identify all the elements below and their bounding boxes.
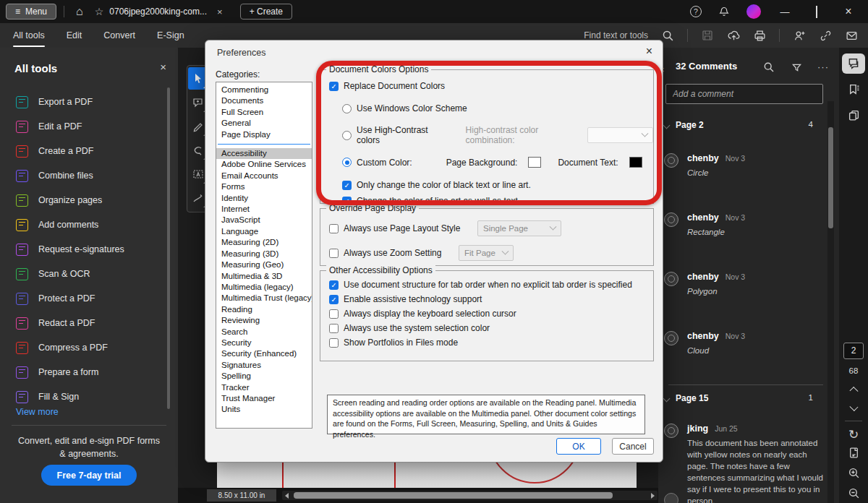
- zoom-setting-checkbox[interactable]: [329, 249, 339, 258]
- tab-convert[interactable]: Convert: [103, 23, 135, 48]
- category-item[interactable]: Units: [216, 404, 312, 415]
- fit-page-icon[interactable]: [842, 442, 865, 463]
- sidebar-tool-item[interactable]: Fill & Sign: [0, 384, 178, 409]
- sidebar-tool-item[interactable]: Combine files: [0, 163, 178, 188]
- request-signature-icon[interactable]: [793, 29, 806, 42]
- category-item[interactable]: Page Display: [216, 129, 312, 140]
- scrollbar-thumb[interactable]: [294, 492, 613, 499]
- sidebar-tool-item[interactable]: Edit a PDF: [0, 114, 178, 139]
- category-item[interactable]: Identity: [216, 193, 312, 204]
- scroll-left-arrow[interactable]: [285, 493, 289, 499]
- horizontal-scrollbar[interactable]: [282, 491, 658, 500]
- tab-close-icon[interactable]: ×: [217, 7, 223, 17]
- collapse-group-icon[interactable]: [663, 122, 671, 129]
- more-options-icon[interactable]: ···: [817, 64, 829, 71]
- category-item[interactable]: Signatures: [216, 360, 312, 371]
- next-page-icon[interactable]: [849, 402, 858, 410]
- find-label[interactable]: Find text or tools: [584, 30, 648, 40]
- category-item[interactable]: Security: [216, 338, 312, 348]
- category-item[interactable]: Adobe Online Services: [216, 159, 312, 170]
- category-item[interactable]: Internet: [216, 204, 312, 215]
- add-comment-input[interactable]: [665, 84, 823, 104]
- pdf-page[interactable]: [217, 463, 637, 488]
- category-item[interactable]: Full Screen: [216, 107, 312, 118]
- page-group-header[interactable]: Page 15 1: [658, 393, 839, 408]
- ok-button[interactable]: OK: [556, 438, 601, 455]
- category-item[interactable]: Measuring (3D): [216, 249, 312, 259]
- free-trial-button[interactable]: Free 7-day trial: [41, 465, 137, 486]
- tab-all-tools[interactable]: All tools: [13, 23, 45, 48]
- sidebar-tool-item[interactable]: Add comments: [0, 212, 178, 237]
- comment-item[interactable]: chenby Nov 3 Rectangle: [658, 202, 839, 262]
- categories-listbox[interactable]: CommentingDocumentsFull ScreenGeneralPag…: [216, 82, 312, 429]
- comment-item[interactable]: chenby Nov 3 Cloud: [658, 321, 839, 380]
- accessibility-checkbox[interactable]: [329, 324, 339, 333]
- category-item[interactable]: Multimedia Trust (legacy): [216, 293, 312, 304]
- category-item[interactable]: Measuring (2D): [216, 237, 312, 248]
- create-button[interactable]: + Create: [240, 4, 292, 20]
- category-item[interactable]: Measuring (Geo): [216, 259, 312, 270]
- accessibility-checkbox[interactable]: [329, 280, 339, 290]
- sidebar-tool-item[interactable]: Compress a PDF: [0, 335, 178, 360]
- sidebar-tool-item[interactable]: Prepare a form: [0, 360, 178, 384]
- user-avatar[interactable]: [746, 4, 761, 19]
- category-item[interactable]: Search: [216, 327, 312, 338]
- share-upload-icon[interactable]: [727, 29, 740, 42]
- category-item[interactable]: JavaScript: [216, 215, 312, 225]
- category-item[interactable]: Multimedia (legacy): [216, 282, 312, 293]
- search-icon[interactable]: [661, 29, 674, 42]
- category-item[interactable]: Tracker: [216, 382, 312, 393]
- sidebar-tool-item[interactable]: Request e-signatures: [0, 237, 178, 262]
- print-icon[interactable]: [753, 29, 766, 42]
- maximize-button[interactable]: [809, 7, 825, 17]
- category-item[interactable]: Documents: [216, 95, 312, 106]
- category-item[interactable]: Commenting: [216, 85, 312, 95]
- bell-icon[interactable]: [718, 5, 731, 18]
- zoom-out-icon[interactable]: [842, 483, 865, 503]
- dialog-close-icon[interactable]: ×: [646, 45, 652, 58]
- category-item[interactable]: Reviewing: [216, 315, 312, 326]
- help-icon[interactable]: ?: [690, 6, 702, 17]
- sidebar-tool-item[interactable]: Export a PDF: [0, 90, 178, 114]
- comment-item[interactable]: jking Jun 25 This document has been anno…: [658, 413, 839, 503]
- sidebar-tool-item[interactable]: Protect a PDF: [0, 286, 178, 311]
- comment-item[interactable]: chenby Nov 3 Polygon: [658, 262, 839, 321]
- previous-page-icon[interactable]: [849, 387, 858, 395]
- filter-icon[interactable]: [790, 61, 803, 74]
- category-item[interactable]: Accessibility: [216, 148, 312, 159]
- view-more-link[interactable]: View more: [16, 407, 59, 417]
- panel-close-icon[interactable]: ×: [160, 61, 166, 73]
- category-item[interactable]: Reading: [216, 304, 312, 315]
- rotate-page-icon[interactable]: ↻: [848, 427, 859, 442]
- link-icon[interactable]: [819, 29, 832, 42]
- collapse-group-icon[interactable]: [663, 395, 671, 403]
- comment-item[interactable]: chenby Nov 3 Circle: [658, 143, 839, 202]
- home-icon[interactable]: ⌂: [72, 5, 88, 18]
- cancel-button[interactable]: Cancel: [612, 438, 654, 455]
- category-item[interactable]: Forms: [216, 181, 312, 192]
- current-page-box[interactable]: 2: [843, 343, 864, 359]
- sidebar-tool-item[interactable]: Redact a PDF: [0, 311, 178, 335]
- close-button[interactable]: ×: [841, 5, 856, 18]
- sidebar-tool-item[interactable]: Scan & OCR: [0, 262, 178, 286]
- category-item[interactable]: Email Accounts: [216, 171, 312, 181]
- zoom-in-icon[interactable]: [842, 463, 865, 483]
- tab-esign[interactable]: E-Sign: [157, 23, 184, 48]
- comments-panel-icon[interactable]: [842, 53, 865, 74]
- bookmarks-panel-icon[interactable]: [842, 79, 865, 100]
- category-item[interactable]: Security (Enhanced): [216, 348, 312, 359]
- category-item[interactable]: General: [216, 118, 312, 129]
- page-layout-checkbox[interactable]: [329, 224, 339, 233]
- sidebar-tool-item[interactable]: Create a PDF: [0, 139, 178, 163]
- comments-search-icon[interactable]: [762, 61, 775, 74]
- tab-edit[interactable]: Edit: [67, 23, 82, 48]
- category-item[interactable]: Language: [216, 226, 312, 237]
- minimize-button[interactable]: —: [777, 7, 793, 17]
- accessibility-checkbox[interactable]: [329, 309, 339, 319]
- menu-button[interactable]: ≡Menu: [6, 4, 56, 20]
- star-icon[interactable]: ☆: [95, 6, 104, 17]
- accessibility-checkbox[interactable]: [329, 338, 339, 348]
- document-tab[interactable]: ☆ 0706jpeg2000king-com... ×: [88, 6, 230, 17]
- scroll-right-arrow[interactable]: [651, 493, 655, 499]
- sidebar-scrollbar[interactable]: [167, 87, 170, 409]
